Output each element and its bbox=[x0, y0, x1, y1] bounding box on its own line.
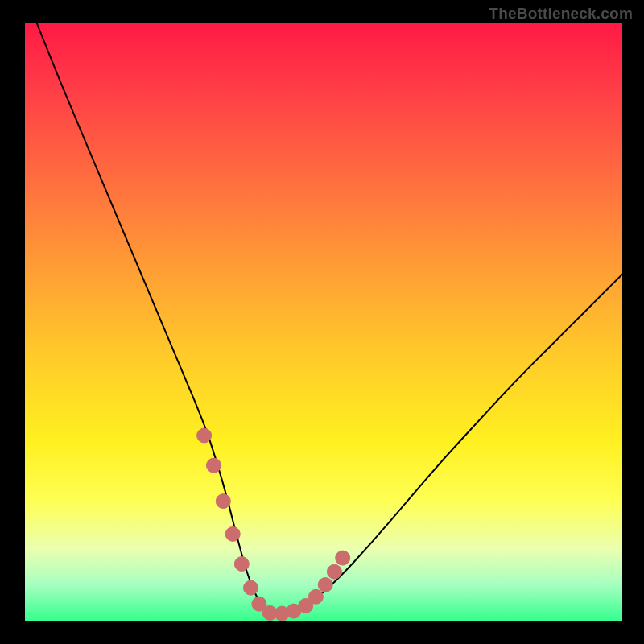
chart-frame: TheBottleneck.com bbox=[0, 0, 644, 644]
watermark-label: TheBottleneck.com bbox=[489, 5, 633, 23]
plot-area bbox=[25, 23, 622, 621]
